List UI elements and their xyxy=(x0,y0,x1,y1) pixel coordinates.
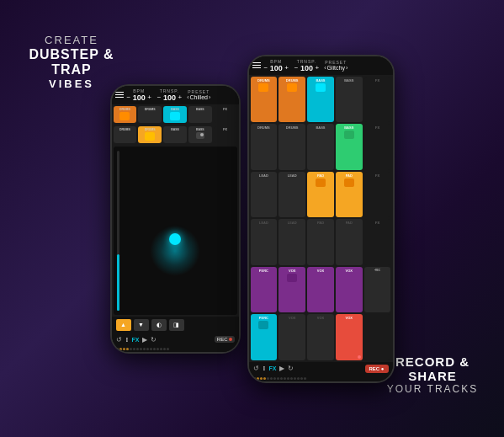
left-arrow[interactable]: ‹ xyxy=(187,94,188,100)
rec-dot xyxy=(229,338,232,341)
shape-btn-2[interactable]: ▼ xyxy=(134,319,149,331)
left-pad-grid-row1: DRUMS DRUMS BASS BASS FX xyxy=(112,104,239,125)
r-pad-perc-1[interactable]: PERC xyxy=(251,267,278,313)
pad-bass-1[interactable]: BASS xyxy=(163,106,187,123)
r-pad-lead-2[interactable]: LEAD xyxy=(279,172,305,218)
right-arrow[interactable]: › xyxy=(209,94,210,100)
right-rec-label: REC ● xyxy=(369,366,385,371)
xy-pad[interactable] xyxy=(114,147,237,315)
r-pad-drums-3[interactable]: DRUMS xyxy=(251,124,278,170)
right-phone-screen: BPM − 100 + TRNSP. − 100 + P xyxy=(249,56,393,381)
transp-plus[interactable]: + xyxy=(178,93,183,101)
r-pad-drums-2[interactable]: DRUMS xyxy=(279,77,305,123)
pad-fx-2[interactable]: FX xyxy=(214,126,237,143)
right-transp-plus[interactable]: + xyxy=(316,64,320,72)
r-pad-vox-3[interactable]: VOX xyxy=(336,267,363,313)
r-dot-13 xyxy=(294,377,296,380)
right-mixer-btn[interactable]: ⫿ xyxy=(263,365,266,372)
r-pad-pad-1[interactable]: PAD xyxy=(307,172,334,218)
right-right-arrow[interactable]: › xyxy=(346,65,347,71)
r-pad-vox-1[interactable]: VOX xyxy=(279,267,305,313)
pad-drums-1[interactable]: DRUMS xyxy=(114,106,137,123)
r-pad-drums-4[interactable]: DRUMS xyxy=(279,124,305,170)
right-bpm-plus[interactable]: + xyxy=(284,64,289,72)
right-redo-btn[interactable]: ↻ xyxy=(288,365,294,372)
r-pad-fx-2[interactable]: FX xyxy=(364,124,391,170)
r-pad-fx-3[interactable]: FX xyxy=(364,172,391,218)
dot-5 xyxy=(130,348,132,350)
preset-value[interactable]: ‹ Chilled › xyxy=(187,94,210,100)
dot-6 xyxy=(133,348,135,350)
pad-drums-2[interactable]: DRUMS xyxy=(138,106,162,123)
r-dot-6 xyxy=(270,377,273,380)
right-hamburger-icon[interactable] xyxy=(252,62,261,68)
redo-btn[interactable]: ↻ xyxy=(151,336,157,344)
right-bpm-minus[interactable]: − xyxy=(264,64,268,72)
pad-drums-3[interactable]: DRUMS xyxy=(114,126,137,143)
preset-name: Chilled xyxy=(190,94,208,100)
xy-dot xyxy=(169,233,181,245)
undo-btn[interactable]: ↺ xyxy=(116,336,122,344)
r-pad-drums-1[interactable]: DRUMS xyxy=(251,77,278,123)
r-pad-pad-2[interactable]: PAD xyxy=(336,172,363,218)
bpm-control[interactable]: − 100 + xyxy=(127,93,151,102)
transp-control[interactable]: − 100 + xyxy=(157,93,182,102)
right-transp-control[interactable]: − 100 + xyxy=(294,64,319,72)
r-pad-perc-2[interactable]: PERC xyxy=(251,314,278,360)
r-pad-vox-6[interactable]: VOX xyxy=(336,314,363,360)
r-pad-bass-2[interactable]: BASS xyxy=(336,77,363,123)
r-pad-pad-3[interactable]: PAD xyxy=(307,219,334,265)
r-dot-3 xyxy=(260,377,263,380)
pad-bass-3[interactable]: BASS xyxy=(163,126,187,143)
right-rec-button[interactable]: REC ● xyxy=(365,365,389,373)
right-top-bar: BPM − 100 + TRNSP. − 100 + P xyxy=(249,56,393,75)
pad-bass-2[interactable]: BASS xyxy=(188,106,212,123)
mixer-btn[interactable]: ⫿ xyxy=(125,336,129,344)
dot-10 xyxy=(146,348,149,350)
dot-16 xyxy=(167,348,169,350)
right-preset-section[interactable]: PRESET ‹ Glitchy › xyxy=(324,60,347,71)
right-undo-btn[interactable]: ↺ xyxy=(253,365,259,372)
r-pad-bass-4[interactable]: BASS xyxy=(336,124,363,170)
right-preset-value[interactable]: ‹ Glitchy › xyxy=(324,65,347,71)
r-pad-rec[interactable]: •REC xyxy=(364,267,391,313)
shape-btn-4[interactable]: ◨ xyxy=(169,319,184,331)
bpm-plus[interactable]: + xyxy=(147,93,151,101)
right-bpm-control[interactable]: − 100 + xyxy=(264,64,289,72)
dot-4 xyxy=(126,348,129,350)
dot-3 xyxy=(123,348,125,350)
r-pad-lead-1[interactable]: LEAD xyxy=(251,172,278,218)
right-play-btn[interactable]: ▶ xyxy=(279,365,284,372)
rec-button[interactable]: REC xyxy=(215,336,235,343)
dot-9 xyxy=(143,348,146,350)
right-bpm-section: BPM − 100 + xyxy=(264,59,289,72)
r-pad-lead-3[interactable]: LEAD xyxy=(251,219,278,265)
r-pad-pad-4[interactable]: PAD xyxy=(336,219,363,265)
hamburger-icon[interactable] xyxy=(115,92,124,98)
play-btn[interactable]: ▶ xyxy=(142,336,147,344)
preset-section[interactable]: PRESET ‹ Chilled › xyxy=(187,89,210,100)
r-pad-vox-2[interactable]: VOX xyxy=(307,267,334,313)
r-pad-bass-1[interactable]: BASS xyxy=(307,77,334,123)
r-pad-lead-4[interactable]: LEAD xyxy=(279,219,305,265)
pad-drums-4[interactable]: DRUMS xyxy=(138,126,162,143)
r-pad-bass-3[interactable]: BASS xyxy=(307,124,334,170)
right-left-arrow[interactable]: ‹ xyxy=(324,65,326,71)
rec-label: REC xyxy=(217,337,228,342)
right-transp-minus[interactable]: − xyxy=(294,64,299,72)
shape-btn-1[interactable]: ▲ xyxy=(116,319,131,331)
right-dots-row xyxy=(249,376,393,381)
pad-fx-1[interactable]: FX xyxy=(214,106,237,123)
bpm-minus[interactable]: − xyxy=(127,93,131,101)
r-pad-vox-5[interactable]: VOX xyxy=(307,314,334,360)
your-tracks-label: YOUR TRACKS xyxy=(369,383,496,395)
fx-btn[interactable]: FX xyxy=(132,337,140,343)
pad-bass-4[interactable]: BASS xyxy=(188,126,212,143)
r-pad-fx-4[interactable]: FX xyxy=(364,219,391,265)
r-dot-11 xyxy=(287,377,289,380)
r-pad-vox-4[interactable]: VOX xyxy=(279,314,305,360)
right-fx-btn[interactable]: FX xyxy=(269,365,277,371)
shape-btn-3[interactable]: ◐ xyxy=(151,319,167,331)
r-pad-fx-1[interactable]: FX xyxy=(364,77,391,123)
transp-minus[interactable]: − xyxy=(157,93,162,101)
